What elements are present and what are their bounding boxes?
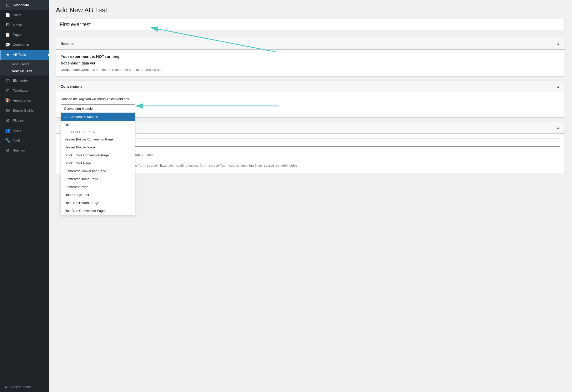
dropdown-item-elementor-home[interactable]: Elementor Home Page xyxy=(61,175,135,183)
dropdown-item-red-blue-conversion[interactable]: Red Blue Conversion Page xyxy=(61,207,135,215)
posts-icon: 📄 xyxy=(5,13,10,17)
conversions-dropdown-menu: ✓ Conversion Module URL ---- OR SELECT P… xyxy=(61,113,135,215)
results-not-running-text: Your experiment is NOT running. xyxy=(61,54,560,59)
plugins-icon: ⚙ xyxy=(5,118,10,123)
dropdown-item-label-red-blue-buttons: Red Blue Buttons Page xyxy=(65,201,99,205)
conversions-dropdown-wrapper: Conversion Module ✓ Conversion Module UR… xyxy=(61,104,135,113)
ab-tests-icon: ★ xyxy=(5,52,10,57)
sidebar-label-pages: Pages xyxy=(13,33,22,37)
conversions-description: Choose the way you will measure conversi… xyxy=(61,97,560,101)
dropdown-item-home-page-test[interactable]: Home Page Test xyxy=(61,191,135,199)
sidebar-item-elementor[interactable]: ◱ Elementor xyxy=(0,75,49,85)
sidebar-item-comments[interactable]: 💬 Comments xyxy=(0,40,49,50)
dropdown-item-label-block-editor-page: Block Editor Page xyxy=(65,161,91,165)
sidebar-label-users: Users xyxy=(13,128,22,132)
sidebar-item-beaver-builder[interactable]: ▤ Beaver Builder xyxy=(0,105,49,115)
sidebar-item-new-ab-test[interactable]: New AB Test xyxy=(12,68,49,74)
sidebar-item-tools[interactable]: 🔧 Tools xyxy=(0,135,49,145)
conversions-dropdown-trigger[interactable]: Conversion Module xyxy=(61,104,135,113)
sidebar-label-elementor: Elementor xyxy=(13,79,28,82)
conversions-panel: Conversions ▲ Choose the way you will me… xyxy=(56,81,565,118)
sidebar-submenu-ab-tests: All AB Tests New AB Test xyxy=(0,60,49,75)
dropdown-item-label-beaver-builder-conversion: Beaver Builder Conversion Page xyxy=(65,137,113,141)
targeting-input[interactable] xyxy=(61,138,560,147)
tools-icon: 🔧 xyxy=(5,138,10,143)
dropdown-item-label-elementor-home: Elementor Home Page xyxy=(65,177,98,181)
dropdown-item-beaver-builder-page[interactable]: Beaver Builder Page xyxy=(61,143,135,151)
sidebar-item-appearance[interactable]: 🎨 Appearance xyxy=(0,95,49,105)
sidebar-item-ab-tests[interactable]: ★ AB Tests xyxy=(0,50,49,60)
sidebar-label-templates: Templates xyxy=(13,89,28,92)
checkmark-icon: ✓ xyxy=(65,115,67,119)
sidebar-item-users[interactable]: 👥 Users xyxy=(0,125,49,135)
dropdown-item-conversion-module[interactable]: ✓ Conversion Module xyxy=(61,113,135,121)
collapse-menu-label: Collapse menu xyxy=(9,385,31,389)
dropdown-item-label-elementor-conversion: Elementor Conversion Page xyxy=(65,169,106,173)
collapse-menu-button[interactable]: ◀ Collapse menu xyxy=(0,382,49,392)
dropdown-separator: ---- OR SELECT PAGE ---- xyxy=(61,129,135,135)
dropdown-item-label-block-editor-conversion: Block Editor Conversion Page xyxy=(65,153,109,157)
sidebar-item-posts[interactable]: 📄 Posts xyxy=(0,10,49,20)
sidebar-label-ab-tests: AB Tests xyxy=(13,53,26,57)
sidebar-item-templates[interactable]: ⊡ Templates xyxy=(0,85,49,95)
targeting-panel-toggle[interactable]: ▲ xyxy=(556,126,560,130)
results-panel: Results ▲ Your experiment is NOT running… xyxy=(56,38,565,77)
dropdown-item-red-blue-buttons[interactable]: Red Blue Buttons Page xyxy=(61,199,135,207)
dropdown-item-label-url: URL xyxy=(65,123,71,127)
comments-icon: 💬 xyxy=(5,42,10,47)
templates-icon: ⊡ xyxy=(5,88,10,93)
sidebar-item-settings[interactable]: ⚙ Settings xyxy=(0,145,49,155)
sidebar-label-media: Media xyxy=(13,23,22,27)
sidebar-label-settings: Settings xyxy=(13,148,25,152)
elementor-icon: ◱ xyxy=(5,78,10,83)
sidebar-item-pages[interactable]: 📋 Pages xyxy=(0,30,49,40)
dropdown-separator-label: ---- OR SELECT PAGE ---- xyxy=(65,130,101,134)
dropdown-item-beaver-builder-conversion[interactable]: Beaver Builder Conversion Page xyxy=(61,135,135,143)
dropdown-item-url[interactable]: URL xyxy=(61,121,135,129)
dropdown-item-label-home-page-test: Home Page Test xyxy=(65,193,89,197)
users-icon: 👥 xyxy=(5,128,10,133)
sidebar-label-posts: Posts xyxy=(13,13,21,17)
conversions-panel-title: Conversions xyxy=(61,84,82,89)
page-title: Add New AB Test xyxy=(56,6,565,14)
settings-icon: ⚙ xyxy=(5,148,10,153)
results-panel-toggle[interactable]: ▲ xyxy=(556,42,560,46)
results-panel-header: Results ▲ xyxy=(56,38,565,50)
sidebar-label-comments: Comments xyxy=(13,43,29,47)
results-no-data-text: Not enough data yet xyxy=(61,61,560,65)
sidebar-item-all-ab-tests[interactable]: All AB Tests xyxy=(12,61,49,68)
all-ab-tests-label: All AB Tests xyxy=(12,62,29,66)
dropdown-item-label-conversion-module: Conversion Module xyxy=(69,115,98,119)
sidebar-label-plugins: Plugins xyxy=(13,118,24,122)
conversions-panel-header: Conversions ▲ xyxy=(56,81,565,92)
results-hint-text: Create some variations and let it run fo… xyxy=(61,68,560,72)
conversions-panel-body: Choose the way you will measure conversi… xyxy=(56,92,565,117)
dropdown-item-block-editor-page[interactable]: Block Editor Page xyxy=(61,159,135,167)
dropdown-item-label-red-blue-conversion: Red Blue Conversion Page xyxy=(65,209,105,213)
sidebar-label-beaver-builder: Beaver Builder xyxy=(13,108,35,112)
appearance-icon: 🎨 xyxy=(5,98,10,103)
targeting-description: Target based on URL query. AB Test won't… xyxy=(61,152,560,168)
dashboard-icon: ⊞ xyxy=(5,3,10,7)
conversions-panel-toggle[interactable]: ▲ xyxy=(556,84,560,89)
conversions-dropdown-selected-label: Conversion Module xyxy=(64,107,93,111)
sidebar-item-plugins[interactable]: ⚙ Plugins xyxy=(0,115,49,125)
main-content: Add New AB Test Results ▲ Your experimen… xyxy=(49,0,572,392)
beaver-builder-icon: ▤ xyxy=(5,108,10,113)
media-icon: 🖼 xyxy=(5,23,10,27)
pages-icon: 📋 xyxy=(5,32,10,37)
sidebar-label-dashboard: Dashboard xyxy=(13,3,29,7)
sidebar-label-appearance: Appearance xyxy=(13,99,31,102)
dropdown-item-label-beaver-builder-page: Beaver Builder Page xyxy=(65,145,95,149)
collapse-arrow-icon: ◀ xyxy=(4,385,7,389)
sidebar-item-media[interactable]: 🖼 Media xyxy=(0,20,49,30)
sidebar: ⊞ Dashboard 📄 Posts 🖼 Media 📋 Pages 💬 Co… xyxy=(0,0,49,392)
sidebar-item-dashboard[interactable]: ⊞ Dashboard xyxy=(0,0,49,10)
results-panel-body: Your experiment is NOT running. Not enou… xyxy=(56,50,565,76)
results-panel-title: Results xyxy=(61,42,74,46)
dropdown-item-elementor-page[interactable]: Elementor Page xyxy=(61,183,135,191)
sidebar-label-tools: Tools xyxy=(13,138,20,142)
test-name-input[interactable] xyxy=(56,19,565,30)
dropdown-item-elementor-conversion[interactable]: Elementor Conversion Page xyxy=(61,167,135,175)
dropdown-item-block-editor-conversion[interactable]: Block Editor Conversion Page xyxy=(61,151,135,159)
